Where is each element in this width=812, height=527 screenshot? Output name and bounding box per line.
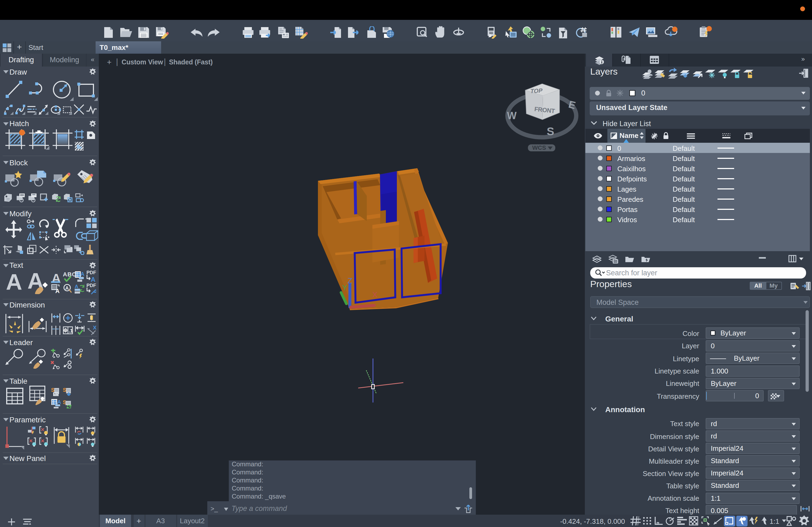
svg-text:X: X [93,325,97,331]
svg-text:S: S [547,125,554,138]
svg-text:TOP: TOP [530,87,543,94]
svg-text:A: A [91,276,95,282]
svg-text:A: A [65,286,69,291]
svg-text:A: A [75,284,78,289]
svg-text:A: A [55,288,60,293]
svg-text:S: S [63,387,66,393]
svg-text:W: W [507,110,517,121]
svg-text:.1: .1 [69,328,73,333]
svg-text:A: A [81,271,84,277]
svg-text:A: A [57,399,61,405]
svg-text:Y: Y [342,283,347,292]
svg-text:S: S [51,387,55,393]
svg-text:X: X [372,290,378,299]
